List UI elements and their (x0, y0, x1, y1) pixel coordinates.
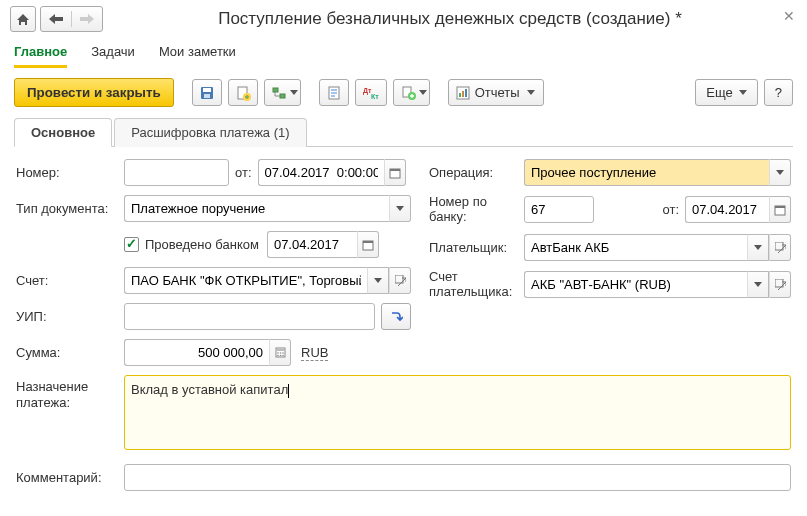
svg-point-26 (277, 355, 279, 357)
chevron-down-icon (739, 90, 747, 95)
bank-done-date[interactable] (267, 231, 357, 258)
svg-rect-13 (459, 93, 461, 97)
uip-input[interactable] (124, 303, 375, 330)
nav-back-forward (40, 6, 103, 32)
uip-arrow-button[interactable] (381, 303, 411, 330)
save-button[interactable] (192, 79, 222, 106)
payer-label: Плательщик: (429, 240, 524, 255)
banknum-input[interactable] (524, 196, 594, 223)
dropdown-icon[interactable] (769, 159, 791, 186)
window-header: Поступление безналичных денежных средств… (0, 0, 807, 38)
calendar-icon[interactable] (769, 196, 791, 223)
currency-link[interactable]: RUB (301, 345, 328, 361)
reports-label: Отчеты (475, 85, 520, 100)
tab-decoding[interactable]: Расшифровка платежа (1) (114, 118, 306, 147)
svg-point-23 (277, 352, 279, 354)
comment-input[interactable] (124, 464, 791, 491)
doc-button[interactable] (319, 79, 349, 106)
comment-label: Комментарий: (16, 470, 124, 485)
payer-acc-input[interactable] (524, 271, 747, 298)
dtkt-button[interactable]: ДтКт (355, 79, 387, 106)
chevron-down-icon (419, 90, 427, 95)
calc-icon[interactable] (269, 339, 291, 366)
bank-from-date[interactable] (685, 196, 769, 223)
check-icon (124, 237, 139, 252)
account-input[interactable] (124, 267, 367, 294)
svg-point-28 (282, 355, 284, 357)
page-title: Поступление безналичных денежных средств… (103, 9, 797, 29)
dropdown-icon[interactable] (747, 234, 769, 261)
tab-main[interactable]: Главное (14, 38, 67, 68)
svg-rect-30 (775, 206, 785, 208)
reports-button[interactable]: Отчеты (448, 79, 544, 106)
payer-input[interactable] (524, 234, 747, 261)
svg-point-27 (279, 355, 281, 357)
doctype-label: Тип документа: (16, 201, 124, 216)
content: Основное Расшифровка платежа (1) Номер: … (0, 117, 807, 512)
svg-text:Кт: Кт (371, 93, 379, 100)
number-input[interactable] (124, 159, 229, 186)
operation-input[interactable] (524, 159, 769, 186)
back-button[interactable] (41, 11, 72, 27)
open-icon[interactable] (769, 271, 791, 298)
dropdown-icon[interactable] (367, 267, 389, 294)
toolbar: Провести и закрыть ДтКт Отчеты Еще ? (0, 68, 807, 117)
relations-button[interactable] (264, 79, 301, 106)
tab-basic[interactable]: Основное (14, 118, 112, 147)
svg-rect-2 (204, 94, 210, 98)
svg-rect-5 (273, 88, 278, 92)
close-icon[interactable]: ✕ (783, 8, 795, 24)
banknum-label: Номер по банку: (429, 195, 524, 225)
post-button[interactable] (228, 79, 258, 106)
chevron-down-icon (527, 90, 535, 95)
sub-tabs: Основное Расшифровка платежа (1) (14, 117, 793, 147)
svg-rect-14 (462, 91, 464, 97)
dropdown-icon[interactable] (747, 271, 769, 298)
number-label: Номер: (16, 165, 124, 180)
svg-rect-17 (390, 169, 400, 171)
tab-tasks[interactable]: Задачи (91, 38, 135, 68)
operation-label: Операция: (429, 165, 524, 180)
svg-rect-6 (280, 94, 285, 98)
from-label: от: (235, 165, 252, 180)
purpose-label: Назначение платежа: (16, 375, 124, 410)
purpose-textarea[interactable]: Вклад в уставной капитал (124, 375, 791, 450)
submit-close-button[interactable]: Провести и закрыть (14, 78, 174, 107)
uip-label: УИП: (16, 309, 124, 324)
open-icon[interactable] (389, 267, 411, 294)
tab-notes[interactable]: Мои заметки (159, 38, 236, 68)
dropdown-icon[interactable] (389, 195, 411, 222)
main-tabs: Главное Задачи Мои заметки (0, 38, 807, 68)
form: Номер: от: Тип документа: (14, 147, 793, 512)
svg-rect-22 (277, 349, 284, 351)
bank-done-checkbox[interactable]: Проведено банком (124, 237, 259, 252)
calendar-icon[interactable] (357, 231, 379, 258)
bank-from-label: от: (662, 202, 679, 217)
create-on-basis-button[interactable] (393, 79, 430, 106)
svg-point-25 (282, 352, 284, 354)
sum-label: Сумма: (16, 345, 124, 360)
svg-rect-1 (203, 88, 211, 92)
home-button[interactable] (10, 6, 36, 32)
more-button[interactable]: Еще (695, 79, 757, 106)
svg-point-24 (279, 352, 281, 354)
open-icon[interactable] (769, 234, 791, 261)
form-right-column: Операция: Номер по банку: от: (429, 159, 791, 375)
help-button[interactable]: ? (764, 79, 793, 106)
doctype-input[interactable] (124, 195, 389, 222)
svg-rect-15 (465, 89, 467, 97)
chevron-down-icon (290, 90, 298, 95)
sum-input[interactable] (124, 339, 269, 366)
date-input[interactable] (258, 159, 384, 186)
svg-rect-19 (363, 241, 373, 243)
forward-button[interactable] (72, 11, 102, 27)
account-label: Счет: (16, 273, 124, 288)
calendar-icon[interactable] (384, 159, 406, 186)
form-left-column: Номер: от: Тип документа: (16, 159, 411, 375)
payer-acc-label: Счет плательщика: (429, 270, 524, 300)
